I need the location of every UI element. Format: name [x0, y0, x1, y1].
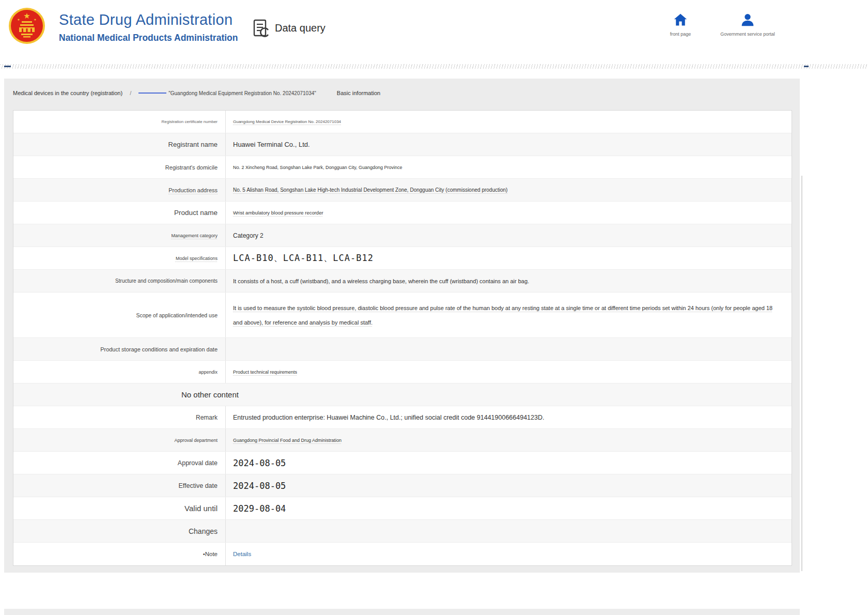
site-subtitle: National Medical Products Administration: [59, 33, 238, 43]
row-value: Entrusted production enterprise: Huawei …: [225, 406, 792, 428]
row-label: Effective date: [13, 474, 225, 497]
table-row: Registrant nameHuawei Terminal Co., Ltd.: [13, 133, 792, 156]
row-value: No. 2 Xincheng Road, Songshan Lake Park,…: [225, 156, 792, 178]
breadcrumb: Medical devices in the country (registra…: [4, 79, 800, 96]
table-row: Registrant's domicileNo. 2 Xincheng Road…: [13, 156, 792, 179]
divider-hatch: [0, 64, 868, 69]
row-value: Wrist ambulatory blood pressure recorder: [225, 202, 792, 224]
row-label: Valid until: [13, 497, 225, 519]
details-link[interactable]: Details: [233, 551, 251, 557]
tab-basic-information[interactable]: Basic information: [337, 90, 380, 96]
svg-text:★: ★: [17, 18, 20, 21]
table-row: RemarkEntrusted production enterprise: H…: [13, 406, 792, 429]
row-value: Category 2: [225, 224, 792, 247]
row-value: 2024-08-05: [225, 474, 792, 497]
row-value: No. 5 Alishan Road, Songshan Lake High-t…: [225, 179, 792, 201]
nav-gov-portal-label: Government service portal: [720, 32, 775, 37]
row-value: Guangdong Medical Device Registration No…: [225, 111, 792, 133]
row-label: Product storage conditions and expiratio…: [13, 338, 225, 360]
table-row: Valid until2029-08-04: [13, 497, 792, 520]
row-label: appendix: [13, 361, 225, 383]
row-label: Structure and composition/main component…: [13, 270, 225, 292]
page: ★ ★ ★ State Drug Administration National…: [0, 0, 868, 615]
row-label: Scope of application/intended use: [13, 293, 225, 337]
breadcrumb-line: [138, 93, 166, 94]
breadcrumb-root[interactable]: Medical devices in the country (registra…: [13, 90, 122, 96]
row-label: Registration certificate number: [13, 111, 225, 133]
header: ★ ★ ★ State Drug Administration National…: [0, 0, 868, 64]
row-value: LCA-B10、LCA-B11、LCA-B12: [225, 247, 792, 269]
table-row: Product nameWrist ambulatory blood press…: [13, 202, 792, 224]
row-value: Product technical requirements: [225, 361, 792, 383]
scroll-line: [801, 176, 802, 571]
nav-front-page-label: front page: [670, 32, 691, 37]
row-label: Approval date: [13, 452, 225, 474]
table-row: appendixProduct technical requirements: [13, 361, 792, 383]
table-row: Effective date2024-08-05: [13, 474, 792, 497]
row-value: Details: [225, 543, 792, 565]
row-label: Remark: [13, 406, 225, 428]
table-row: Management categoryCategory 2: [13, 224, 792, 247]
site-title: State Drug Administration: [59, 11, 238, 28]
section-title: Data query: [275, 22, 326, 34]
nav-gov-portal[interactable]: Government service portal: [713, 12, 782, 37]
row-value: Guangdong Provincial Food and Drug Admin…: [225, 429, 792, 451]
row-label: •Note: [13, 543, 225, 565]
row-value: Huawei Terminal Co., Ltd.: [225, 133, 792, 156]
row-label: Approval department: [13, 429, 225, 451]
svg-text:★: ★: [34, 18, 36, 21]
row-value: [225, 520, 792, 542]
table-row: Changes: [13, 520, 792, 543]
info-table: Registration certificate numberGuangdong…: [13, 110, 792, 566]
brand-text: State Drug Administration National Medic…: [59, 5, 238, 43]
document-query-icon: [252, 19, 270, 37]
divider-dash-right: [804, 66, 809, 67]
table-row: Structure and composition/main component…: [13, 270, 792, 293]
breadcrumb-current: "Guangdong Medical Equipment Registratio…: [168, 90, 316, 96]
row-full-text: No other content: [13, 383, 792, 406]
row-label: Product name: [13, 202, 225, 224]
nav-front-page[interactable]: front page: [663, 12, 698, 37]
user-icon: [740, 12, 755, 27]
table-row: Scope of application/intended useIt is u…: [13, 293, 792, 338]
row-value: It consists of a host, a cuff (wristband…: [225, 270, 792, 292]
row-label: Production address: [13, 179, 225, 201]
table-row: Approval date2024-08-05: [13, 452, 792, 474]
table-row: No other content: [13, 383, 792, 406]
breadcrumb-separator: /: [130, 90, 131, 96]
row-label: Model specifications: [13, 247, 225, 269]
table-row: Model specificationsLCA-B10、LCA-B11、LCA-…: [13, 247, 792, 270]
row-value: 2029-08-04: [225, 497, 792, 519]
row-label: Registrant's domicile: [13, 156, 225, 178]
data-query-section: Data query: [252, 19, 326, 37]
bottom-section: [4, 609, 800, 615]
divider-dash-left: [4, 66, 11, 67]
row-value: 2024-08-05: [225, 452, 792, 474]
table-row: Registration certificate numberGuangdong…: [13, 111, 792, 133]
table-row: Production addressNo. 5 Alishan Road, So…: [13, 179, 792, 202]
row-label: Registrant name: [13, 133, 225, 156]
table-row: Approval departmentGuangdong Provincial …: [13, 429, 792, 452]
content-panel: Medical devices in the country (registra…: [4, 79, 800, 573]
table-row: Product storage conditions and expiratio…: [13, 338, 792, 361]
svg-text:★: ★: [23, 11, 30, 21]
home-icon: [673, 12, 688, 27]
brand: ★ ★ ★ State Drug Administration National…: [8, 5, 238, 44]
row-label: Changes: [13, 520, 225, 542]
row-label: Management category: [13, 224, 225, 247]
national-emblem-logo: ★ ★ ★: [8, 7, 45, 44]
row-value: It is used to measure the systolic blood…: [225, 293, 792, 337]
row-value: [225, 338, 792, 360]
table-row: •NoteDetails: [13, 543, 792, 565]
